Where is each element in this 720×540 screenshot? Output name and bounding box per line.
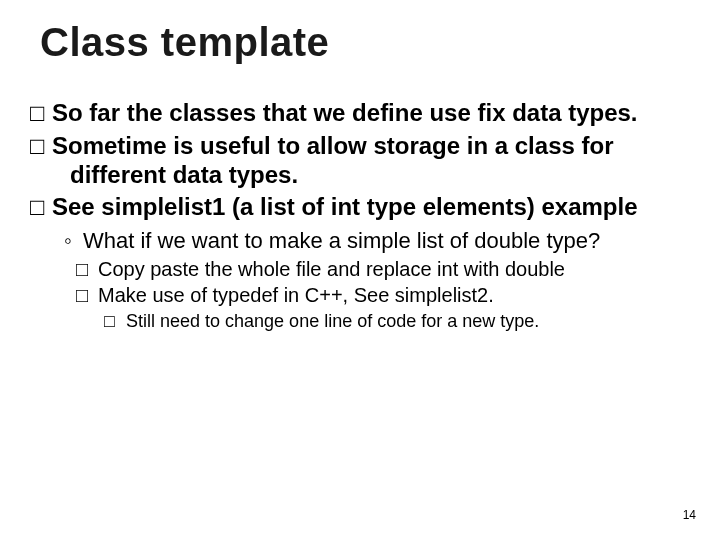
slide-title: Class template (40, 20, 680, 65)
page-number: 14 (683, 508, 696, 522)
bullet-3-sub-1: □Copy paste the whole file and replace i… (40, 257, 680, 281)
bullet-3-sub-2-text: Make use of typedef in C++, See simpleli… (98, 284, 494, 306)
bullet-3-sub-2: □Make use of typedef in C++, See simplel… (40, 283, 680, 307)
bullet-3-sub-1-text: Copy paste the whole file and replace in… (98, 258, 565, 280)
bullet-3-text: See simplelist1 (a list of int type elem… (52, 193, 638, 220)
bullet-1-text: So far the classes that we define use fi… (52, 99, 638, 126)
bullet-2: □Sometime is useful to allow storage in … (40, 132, 680, 190)
bullet-3-sub-text: What if we want to make a simple list of… (83, 228, 600, 253)
bullet-1: □So far the classes that we define use f… (40, 99, 680, 128)
bullet-2-text: Sometime is useful to allow storage in a… (52, 132, 614, 188)
bullet-3-sub-2-i: □Still need to change one line of code f… (40, 310, 680, 333)
bullet-3-sub-2-i-text: Still need to change one line of code fo… (126, 311, 539, 331)
slide: Class template □So far the classes that … (0, 0, 720, 540)
bullet-3: □See simplelist1 (a list of int type ele… (40, 193, 680, 222)
bullet-3-sub: ◦What if we want to make a simple list o… (40, 228, 680, 255)
